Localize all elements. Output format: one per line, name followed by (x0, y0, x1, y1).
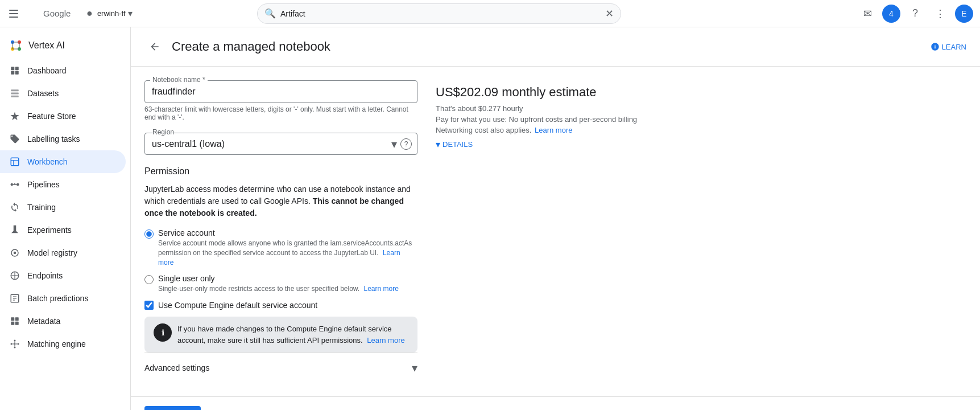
sidebar-item-matching-engine-label: Matching engine (27, 339, 86, 348)
compute-engine-checkbox-label[interactable]: Use Compute Engine default service accou… (144, 301, 417, 310)
page-header: Create a managed notebook LEARN (131, 27, 980, 67)
user-avatar[interactable]: E (955, 5, 973, 23)
sidebar-item-training[interactable]: Training (0, 196, 126, 219)
svg-rect-15 (11, 96, 19, 97)
dashboard-icon (9, 65, 20, 76)
search-input[interactable] (280, 9, 601, 18)
info-icon: ℹ (154, 323, 172, 342)
notebook-name-label: Notebook name * (150, 76, 208, 84)
vertex-ai-logo-icon (9, 39, 23, 52)
single-user-option: Single user only Single-user-only mode r… (144, 274, 417, 294)
project-dropdown-icon: ▾ (128, 8, 133, 19)
cost-estimate: US$202.09 monthly estimate (436, 85, 652, 100)
model-registry-icon (9, 247, 20, 259)
sidebar-item-feature-store[interactable]: Feature Store (0, 105, 126, 128)
service-account-label: Service account (158, 228, 417, 237)
help-icon[interactable]: ? (905, 3, 925, 24)
back-button[interactable] (144, 36, 165, 57)
cost-details-toggle[interactable]: ▾ DETAILS (436, 139, 652, 150)
sidebar-item-experiments-label: Experiments (27, 226, 72, 235)
more-options-icon[interactable]: ⋮ (930, 3, 950, 24)
main-content: Create a managed notebook LEARN Notebook… (131, 27, 980, 410)
service-account-desc: Service account mode allows anyone who i… (158, 239, 417, 267)
notebook-name-field: Notebook name * 63-character limit with … (144, 80, 417, 121)
hamburger-menu[interactable] (7, 7, 20, 20)
sidebar-item-batch-predictions[interactable]: Batch predictions (0, 287, 126, 310)
project-selector[interactable]: ● erwinh-ff ▾ (82, 5, 137, 22)
svg-rect-34 (11, 322, 14, 325)
compute-engine-checkbox-group: Use Compute Engine default service accou… (144, 301, 417, 310)
account-badge[interactable]: 4 (882, 5, 900, 23)
workbench-icon (9, 156, 20, 167)
single-user-label: Single user only (158, 274, 399, 283)
sidebar-item-datasets-label: Datasets (27, 89, 59, 98)
sidebar-item-dashboard[interactable]: Dashboard (0, 59, 126, 82)
compute-engine-checkbox[interactable] (144, 301, 154, 310)
sidebar-item-endpoints-label: Endpoints (27, 271, 63, 280)
cancel-button[interactable]: CANCEL (205, 406, 262, 410)
create-button[interactable]: CREATE (144, 406, 201, 410)
sidebar-item-pipelines[interactable]: Pipelines (0, 173, 126, 196)
training-icon (9, 202, 20, 213)
svg-point-40 (14, 347, 16, 348)
search-icon: 🔍 (264, 8, 276, 19)
region-select[interactable]: us-central1 (Iowa) us-east1 (South Carol… (144, 133, 417, 155)
learn-button[interactable]: LEARN (931, 42, 966, 51)
matching-engine-icon (9, 338, 20, 350)
search-clear-icon[interactable]: ✕ (605, 7, 614, 20)
details-label: DETAILS (443, 140, 473, 149)
feature-store-icon (9, 110, 20, 122)
svg-point-38 (11, 343, 13, 345)
single-user-learn-more-link[interactable]: Learn more (364, 285, 399, 293)
sidebar-item-training-label: Training (27, 203, 56, 212)
region-help-icon[interactable]: ? (400, 138, 412, 150)
chevron-down-icon: ▾ (436, 139, 440, 150)
pipelines-icon (9, 179, 20, 190)
sidebar-item-dashboard-label: Dashboard (27, 66, 67, 75)
cost-learn-more-link[interactable]: Learn more (535, 126, 572, 134)
google-cloud-logo: Google Cloud (27, 7, 73, 20)
svg-rect-11 (11, 71, 14, 75)
compute-engine-learn-more-link[interactable]: Learn more (367, 336, 404, 345)
permission-section: Permission JupyterLab access modes deter… (144, 166, 417, 352)
advanced-settings-row[interactable]: Advanced settings ▾ (144, 352, 417, 383)
sidebar-item-matching-engine[interactable]: Matching engine (0, 333, 126, 355)
advanced-settings-chevron-icon: ▾ (412, 361, 417, 375)
service-account-option: Service account Service account mode all… (144, 228, 417, 267)
sidebar-item-workbench[interactable]: Workbench (0, 150, 126, 173)
advanced-settings-label: Advanced settings (144, 363, 209, 372)
form-area: Notebook name * 63-character limit with … (131, 67, 980, 396)
sidebar-item-experiments[interactable]: Experiments (0, 219, 126, 241)
compute-engine-info-box: ℹ If you have made changes to the Comput… (144, 317, 417, 352)
sidebar-item-model-registry[interactable]: Model registry (0, 241, 126, 264)
sidebar-item-batch-predictions-label: Batch predictions (27, 294, 88, 303)
single-user-desc: Single-user-only mode restricts access t… (158, 284, 399, 294)
svg-point-37 (14, 340, 16, 342)
sidebar-item-labelling-tasks[interactable]: Labelling tasks (0, 128, 126, 150)
sidebar: Vertex AI Dashboard Datasets Feature Sto… (0, 27, 131, 410)
nav-right: ✉ 4 ? ⋮ E (857, 3, 973, 24)
svg-rect-12 (15, 71, 19, 75)
service-account-radio-label[interactable]: Service account Service account mode all… (144, 228, 417, 267)
datasets-icon (9, 88, 20, 99)
cost-hourly: That's about $0.277 hourly (436, 104, 652, 113)
batch-predictions-icon (9, 293, 20, 304)
cost-panel: US$202.09 monthly estimate That's about … (436, 80, 652, 383)
endpoints-icon (9, 270, 20, 281)
svg-point-24 (14, 252, 16, 255)
svg-rect-35 (15, 322, 19, 325)
notebook-name-hint: 63-character limit with lowercase letter… (144, 105, 417, 121)
notifications-icon[interactable]: ✉ (857, 3, 878, 24)
single-user-radio-label[interactable]: Single user only Single-user-only mode r… (144, 274, 417, 294)
service-account-radio[interactable] (144, 229, 154, 239)
sidebar-item-metadata[interactable]: Metadata (0, 310, 126, 333)
sidebar-item-datasets[interactable]: Datasets (0, 82, 126, 105)
sidebar-item-endpoints[interactable]: Endpoints (0, 264, 126, 287)
compute-engine-label: Use Compute Engine default service accou… (158, 301, 317, 310)
single-user-radio[interactable] (144, 275, 154, 284)
svg-rect-32 (11, 317, 14, 321)
notebook-name-input[interactable] (144, 80, 417, 103)
svg-text:Google Cloud: Google Cloud (43, 9, 73, 18)
experiments-icon (9, 224, 20, 236)
search-bar[interactable]: 🔍 ✕ (257, 3, 621, 24)
